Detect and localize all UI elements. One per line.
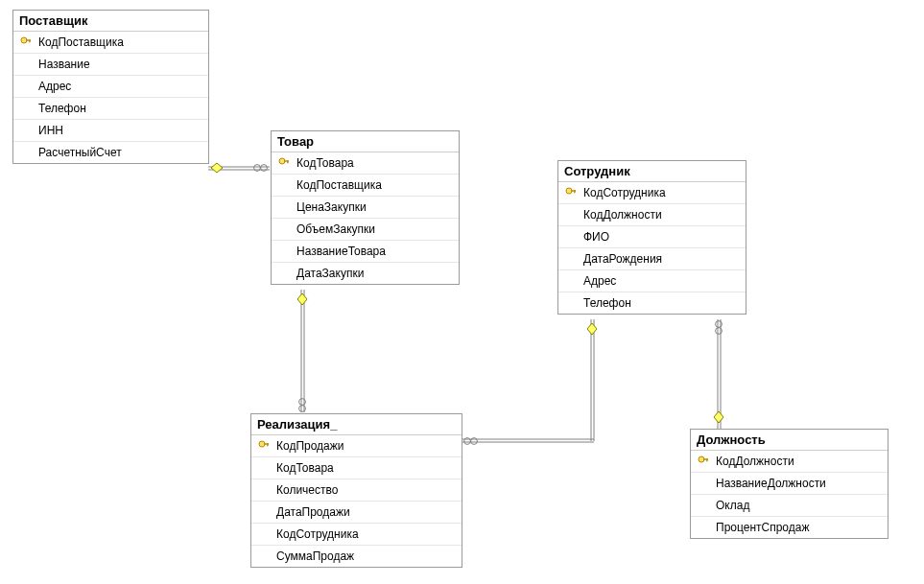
field-name: ДатаЗакупки <box>293 267 364 280</box>
table-title: Сотрудник <box>558 161 746 182</box>
field-name: НазваниеДолжности <box>712 477 826 490</box>
svg-point-9 <box>299 406 306 412</box>
field-name: ЦенаЗакупки <box>293 200 367 214</box>
table-row[interactable]: ФИО <box>558 226 746 248</box>
table-row[interactable]: ОбъемЗакупки <box>272 219 459 241</box>
table-product[interactable]: Товар КодТовара КодПоставщика ЦенаЗакупк… <box>271 130 460 285</box>
field-name: Название <box>35 58 90 71</box>
table-row[interactable]: Адрес <box>13 76 208 98</box>
svg-point-15 <box>471 438 478 445</box>
table-title: Реализация_ <box>251 414 462 435</box>
field-name: КодПоставщика <box>35 35 124 49</box>
field-name: Телефон <box>580 296 631 310</box>
field-name: РасчетныйСчет <box>35 146 122 159</box>
table-row[interactable]: ЦенаЗакупки <box>272 197 459 219</box>
table-row[interactable]: КодТовара <box>251 457 462 479</box>
field-name: КодПродажи <box>272 439 344 453</box>
field-name: ИНН <box>35 124 63 137</box>
table-title: Должность <box>691 430 888 451</box>
key-icon <box>565 187 577 199</box>
table-row[interactable]: Адрес <box>558 270 746 292</box>
table-employee[interactable]: Сотрудник КодСотрудника КодДолжности ФИО… <box>557 160 746 315</box>
table-row[interactable]: ИНН <box>13 120 208 142</box>
field-name: КодТовара <box>293 156 354 170</box>
svg-marker-7 <box>297 293 307 305</box>
table-row[interactable]: Название <box>13 54 208 76</box>
table-row[interactable]: КодПоставщика <box>13 32 208 54</box>
field-name: КодПоставщика <box>293 178 382 192</box>
field-name: ФИО <box>580 230 609 244</box>
table-row[interactable]: КодДолжности <box>691 451 888 473</box>
field-name: НазваниеТовара <box>293 245 386 258</box>
field-name: КодСотрудника <box>272 527 359 541</box>
field-name: Адрес <box>35 80 71 93</box>
key-icon <box>20 36 32 48</box>
table-row[interactable]: Телефон <box>558 292 746 314</box>
table-supplier[interactable]: Поставщик КодПоставщика Название Адрес Т… <box>12 10 209 164</box>
field-name: КодСотрудника <box>580 186 666 199</box>
svg-point-20 <box>716 328 723 335</box>
table-row[interactable]: КодСотрудника <box>251 524 462 546</box>
svg-rect-27 <box>287 160 288 163</box>
table-row[interactable]: КодСотрудника <box>558 182 746 204</box>
field-name: ДатаРождения <box>580 252 662 266</box>
rel-product-realization <box>297 290 307 412</box>
field-name: Адрес <box>580 274 616 288</box>
field-name: ДатаПродажи <box>272 505 350 519</box>
field-name: Оклад <box>712 499 749 512</box>
table-row[interactable]: НазваниеТовара <box>272 241 459 263</box>
field-name: КодДолжности <box>712 455 794 468</box>
table-row[interactable]: ДатаПродажи <box>251 502 462 524</box>
svg-point-4 <box>261 165 268 172</box>
table-row[interactable]: Телефон <box>13 98 208 120</box>
field-name: Количество <box>272 483 338 497</box>
field-name: Телефон <box>35 102 86 115</box>
svg-marker-19 <box>714 411 723 423</box>
diagram-canvas: Поставщик КодПоставщика Название Адрес Т… <box>0 0 924 584</box>
field-name: СуммаПродаж <box>272 549 354 563</box>
svg-marker-14 <box>587 323 597 335</box>
key-icon <box>258 440 270 452</box>
table-title: Поставщик <box>13 11 208 32</box>
field-name: КодДолжности <box>580 208 662 222</box>
table-realization[interactable]: Реализация_ КодПродажи КодТовара Количес… <box>250 413 462 568</box>
table-title: Товар <box>272 131 459 152</box>
table-row[interactable]: ПроцентСпродаж <box>691 517 888 538</box>
rel-employee-realization <box>462 319 597 444</box>
table-row[interactable]: КодТовара <box>272 152 459 175</box>
svg-rect-24 <box>29 39 30 42</box>
field-name: ПроцентСпродаж <box>712 521 809 534</box>
svg-point-8 <box>299 399 306 406</box>
table-row[interactable]: ДатаРождения <box>558 248 746 270</box>
table-row[interactable]: Количество <box>251 479 462 502</box>
table-row[interactable]: КодДолжности <box>558 204 746 226</box>
table-row[interactable]: ДатаЗакупки <box>272 263 459 284</box>
rel-position-employee <box>714 319 723 429</box>
field-name: КодТовара <box>272 461 334 475</box>
svg-marker-2 <box>211 163 223 173</box>
key-icon <box>278 157 290 169</box>
svg-point-21 <box>716 321 723 328</box>
table-row[interactable]: КодПоставщика <box>272 175 459 197</box>
table-row[interactable]: РасчетныйСчет <box>13 142 208 163</box>
field-name: ОбъемЗакупки <box>293 222 375 236</box>
rel-supplier-product <box>208 163 270 173</box>
svg-rect-33 <box>267 443 268 446</box>
svg-point-3 <box>254 165 261 172</box>
table-row[interactable]: Оклад <box>691 495 888 517</box>
table-row[interactable]: КодПродажи <box>251 435 462 457</box>
svg-rect-30 <box>574 190 575 193</box>
key-icon <box>698 456 709 467</box>
svg-rect-36 <box>706 458 707 461</box>
table-row[interactable]: СуммаПродаж <box>251 546 462 567</box>
table-row[interactable]: НазваниеДолжности <box>691 473 888 495</box>
table-position[interactable]: Должность КодДолжности НазваниеДолжности… <box>690 429 888 539</box>
svg-point-16 <box>464 438 471 445</box>
